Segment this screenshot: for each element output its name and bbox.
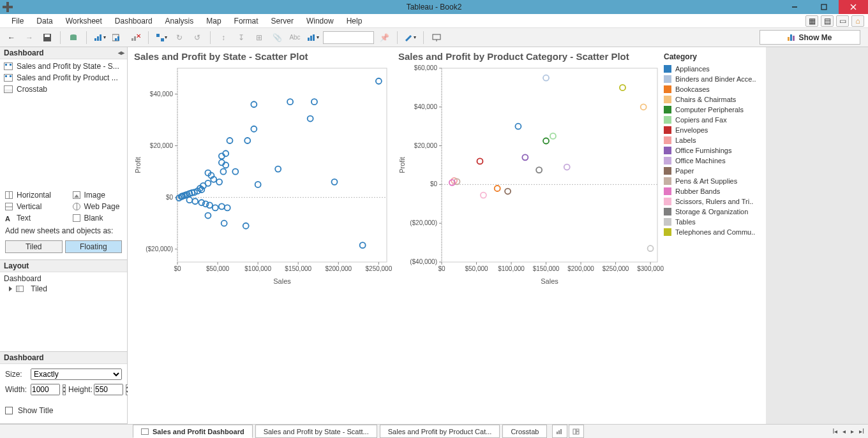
menu-window[interactable]: Window xyxy=(300,14,340,28)
marks-button[interactable]: ▾ xyxy=(305,30,320,45)
legend-item[interactable]: Chairs & Chairmats xyxy=(664,94,760,105)
new-dashboard-tab[interactable] xyxy=(569,425,584,438)
legend-item[interactable]: Computer Peripherals xyxy=(664,105,760,115)
refresh-button[interactable]: ↻ xyxy=(172,30,187,45)
highlight-button[interactable]: ▾ xyxy=(403,30,418,45)
tab-nav-arrows[interactable]: I◂◂▸▸I xyxy=(832,425,864,438)
legend-item[interactable]: Paper xyxy=(664,166,760,176)
legend-item[interactable]: Appliances xyxy=(664,64,760,74)
svg-point-54 xyxy=(251,101,257,107)
maximize-button[interactable] xyxy=(809,0,839,14)
category-legend[interactable]: Category AppliancesBinders and Binder Ac… xyxy=(664,52,760,237)
svg-text:$0: $0 xyxy=(438,265,445,272)
legend-item[interactable]: Scissors, Rulers and Tri.. xyxy=(664,196,760,207)
dashboard-canvas[interactable]: Sales and Profit by State - Scatter Plot… xyxy=(128,47,868,424)
svg-text:($20,000): ($20,000) xyxy=(410,219,437,226)
new-worksheet-button[interactable]: ▾ xyxy=(92,30,107,45)
object-webpage[interactable]: Web Page xyxy=(73,202,123,211)
chart2-plot[interactable]: $0$50,000$100,000$150,000$200,000$250,00… xyxy=(396,64,664,288)
datasource-button[interactable] xyxy=(66,30,81,45)
object-blank[interactable]: Blank xyxy=(73,214,123,223)
tab-dashboard[interactable]: Sales and Profit Dashboard xyxy=(133,425,253,438)
legend-item[interactable]: Copiers and Fax xyxy=(664,115,760,125)
layout-tiled-item[interactable]: Tiled xyxy=(4,284,123,294)
view-grid-icon[interactable]: ▤ xyxy=(821,15,834,27)
new-worksheet-tab[interactable] xyxy=(552,425,567,438)
floating-toggle[interactable]: Floating xyxy=(65,240,123,253)
menu-map[interactable]: Map xyxy=(200,14,227,28)
svg-text:$50,000: $50,000 xyxy=(206,265,230,272)
legend-item[interactable]: Pens & Art Supplies xyxy=(664,176,760,186)
view-list-icon[interactable]: ▭ xyxy=(836,15,849,27)
menu-worksheet[interactable]: Worksheet xyxy=(59,14,108,28)
height-input[interactable] xyxy=(94,384,123,395)
show-me-button[interactable]: Show Me xyxy=(760,30,860,45)
object-vertical[interactable]: Vertical xyxy=(5,202,55,211)
object-horizontal[interactable]: Horizontal xyxy=(5,191,55,200)
legend-item[interactable]: Envelopes xyxy=(664,125,760,135)
tiled-toggle[interactable]: Tiled xyxy=(5,240,63,253)
sort-desc-button[interactable]: ↧ xyxy=(234,30,249,45)
group-button[interactable]: ⊞ xyxy=(251,30,267,45)
menu-dashboard[interactable]: Dashboard xyxy=(108,14,159,28)
dashboard-pane-title: Dashboard◂▸ xyxy=(0,47,127,59)
legend-item[interactable]: Tables xyxy=(664,217,760,227)
height-label: Height: xyxy=(68,385,91,394)
tab-category-scatter[interactable]: Sales and Profit by Product Cat... xyxy=(380,425,500,438)
tab-crosstab[interactable]: Crosstab xyxy=(502,425,547,438)
size-select[interactable]: Exactly xyxy=(31,369,122,380)
menu-format[interactable]: Format xyxy=(228,14,265,28)
legend-item[interactable]: Office Machines xyxy=(664,156,760,166)
view-cards-icon[interactable]: ▦ xyxy=(805,15,818,27)
sheet-item[interactable]: Sales and Profit by Product ... xyxy=(0,72,127,84)
pin-button[interactable]: 📌 xyxy=(377,30,392,45)
presentation-button[interactable] xyxy=(429,30,444,45)
svg-point-133 xyxy=(550,133,556,139)
legend-item[interactable]: Office Furnishings xyxy=(664,145,760,156)
svg-point-65 xyxy=(220,169,226,175)
abc-button[interactable]: Abc xyxy=(287,30,303,45)
canvas-unused-area xyxy=(766,47,868,424)
close-button[interactable] xyxy=(839,0,868,14)
menu-analysis[interactable]: Analysis xyxy=(159,14,200,28)
minimize-button[interactable] xyxy=(780,0,809,14)
swap-button[interactable]: ▾ xyxy=(154,30,169,45)
legend-item[interactable]: Bookcases xyxy=(664,84,760,94)
layout-root[interactable]: Dashboard xyxy=(4,274,123,284)
sheet-item[interactable]: Crosstab xyxy=(0,84,127,95)
fit-selector[interactable] xyxy=(323,31,374,44)
menu-data[interactable]: Data xyxy=(30,14,59,28)
menu-file[interactable]: File xyxy=(5,14,30,28)
forward-button[interactable]: → xyxy=(22,30,37,45)
legend-item[interactable]: Labels xyxy=(664,135,760,145)
width-input[interactable] xyxy=(31,384,60,395)
sheet-item[interactable]: Sales and Profit by State - S... xyxy=(0,61,127,72)
duplicate-button[interactable] xyxy=(110,30,125,45)
save-button[interactable] xyxy=(40,30,55,45)
legend-item[interactable]: Telephones and Commu.. xyxy=(664,227,760,237)
sort-asc-button[interactable]: ↕ xyxy=(216,30,231,45)
chart1-plot[interactable]: $0$50,000$100,000$150,000$200,000$250,00… xyxy=(131,64,393,288)
svg-rect-146 xyxy=(557,432,558,434)
svg-point-137 xyxy=(564,164,570,170)
home-icon[interactable]: ⌂ xyxy=(851,15,864,27)
pause-button[interactable]: ↺ xyxy=(190,30,205,45)
svg-rect-150 xyxy=(576,429,579,431)
back-button[interactable]: ← xyxy=(4,30,19,45)
width-stepper[interactable]: ▴▾ xyxy=(63,384,66,395)
svg-rect-15 xyxy=(117,36,119,41)
toolbar: ← → ▾ ✕ ▾ ↻ ↺ ↕ ↧ ⊞ 📎 Abc ▾ 📌 ▾ Show Me xyxy=(0,28,868,47)
object-text[interactable]: Text xyxy=(5,214,55,223)
menu-help[interactable]: Help xyxy=(340,14,369,28)
legend-item[interactable]: Storage & Organization xyxy=(664,207,760,217)
legend-item[interactable]: Rubber Bands xyxy=(664,186,760,196)
object-image[interactable]: Image xyxy=(73,191,123,200)
svg-rect-10 xyxy=(94,38,96,41)
show-title-checkbox[interactable] xyxy=(5,407,13,414)
svg-text:$150,000: $150,000 xyxy=(285,265,311,272)
clear-button[interactable]: ✕ xyxy=(128,30,143,45)
menu-server[interactable]: Server xyxy=(265,14,300,28)
tab-state-scatter[interactable]: Sales and Profit by State - Scatt... xyxy=(255,425,377,438)
legend-item[interactable]: Binders and Binder Acce.. xyxy=(664,74,760,84)
attach-button[interactable]: 📎 xyxy=(269,30,285,45)
